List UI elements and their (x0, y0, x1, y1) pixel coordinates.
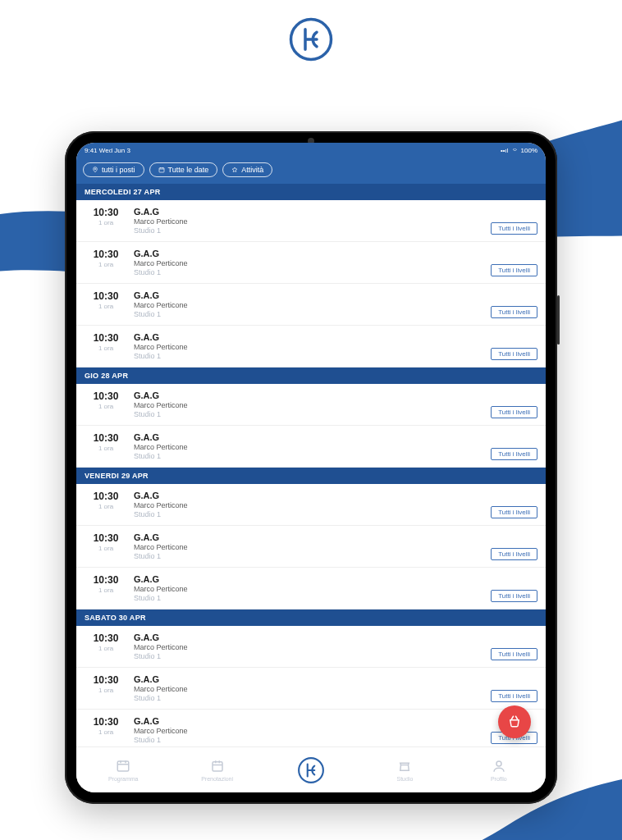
level-badge[interactable]: Tutti i livelli (491, 448, 537, 460)
brand-logo (288, 16, 334, 66)
class-row[interactable]: 10:301 oraG.A.GMarco PerticoneStudio 1Tu… (76, 284, 546, 326)
level-badge[interactable]: Tutti i livelli (491, 406, 537, 418)
class-duration: 1 ora (85, 261, 127, 268)
day-header: VENERDI 29 APR (76, 468, 546, 484)
class-time-start: 10:30 (85, 249, 127, 260)
class-row[interactable]: 10:301 oraG.A.GMarco PerticoneStudio 1Tu… (76, 242, 546, 284)
class-instructor: Marco Perticone (134, 401, 491, 409)
class-time: 10:301 ora (85, 249, 127, 268)
status-time: 9:41 Wed Jun 3 (85, 147, 130, 154)
wifi-icon: ⌔ (513, 147, 517, 154)
class-time-start: 10:30 (85, 290, 127, 302)
class-instructor: Marco Perticone (134, 343, 491, 351)
class-duration: 1 ora (85, 545, 127, 552)
status-bar: 9:41 Wed Jun 3 ••ıl ⌔ 100% (76, 143, 546, 158)
tab-home[interactable] (264, 747, 358, 792)
class-room: Studio 1 (134, 694, 491, 702)
class-time-start: 10:30 (85, 332, 127, 344)
class-instructor: Marco Perticone (134, 685, 491, 693)
class-room: Studio 1 (134, 652, 491, 660)
class-room: Studio 1 (134, 268, 491, 276)
level-badge[interactable]: Tutti i livelli (491, 648, 537, 660)
filter-chip-pin[interactable]: tutti i posti (83, 162, 144, 177)
class-instructor: Marco Perticone (134, 301, 491, 309)
level-badge[interactable]: Tutti i livelli (491, 506, 537, 518)
filter-chip-star[interactable]: Attività (222, 162, 272, 177)
tab-studio[interactable]: Studio (358, 747, 451, 792)
class-info: G.A.GMarco PerticoneStudio 1 (127, 290, 491, 318)
level-badge[interactable]: Tutti i livelli (491, 348, 537, 360)
level-badge[interactable]: Tutti i livelli (491, 306, 537, 318)
class-time-start: 10:30 (85, 207, 127, 218)
class-title: G.A.G (134, 290, 491, 300)
class-row[interactable]: 10:301 oraG.A.GMarco PerticoneStudio 1Tu… (76, 526, 546, 568)
tab-label: Programma (108, 776, 139, 782)
day-header: SABATO 30 APR (76, 609, 546, 626)
tab-programma[interactable]: Programma (76, 747, 170, 792)
class-time: 10:301 ora (85, 332, 127, 352)
tab-prenotazioni[interactable]: Prenotazioni (170, 747, 263, 792)
class-room: Studio 1 (134, 226, 491, 235)
class-instructor: Marco Perticone (134, 643, 491, 651)
class-time-start: 10:30 (85, 390, 127, 402)
class-row[interactable]: 10:301 oraG.A.GMarco PerticoneStudio 1Tu… (76, 484, 546, 526)
level-badge[interactable]: Tutti i livelli (491, 222, 537, 235)
day-header: GIO 28 APR (76, 368, 546, 384)
class-time: 10:301 ora (85, 432, 127, 452)
class-time-start: 10:30 (85, 532, 127, 544)
class-time: 10:301 ora (85, 532, 127, 552)
bottom-tabbar: ProgrammaPrenotazioniStudioProfilo (76, 746, 546, 792)
level-badge[interactable]: Tutti i livelli (491, 548, 537, 560)
class-title: G.A.G (134, 432, 491, 442)
svg-point-1 (94, 168, 96, 170)
class-instructor: Marco Perticone (134, 501, 491, 509)
class-instructor: Marco Perticone (134, 217, 491, 226)
level-badge[interactable]: Tutti i livelli (491, 590, 537, 602)
schedule-list[interactable]: MERCOLEDI 27 APR10:301 oraG.A.GMarco Per… (76, 184, 546, 746)
class-time: 10:301 ora (85, 390, 127, 410)
class-info: G.A.GMarco PerticoneStudio 1 (127, 432, 491, 460)
filter-chip-calendar[interactable]: Tutte le date (149, 162, 218, 177)
status-indicators: ••ıl ⌔ 100% (501, 147, 537, 154)
class-row[interactable]: 10:301 oraG.A.GMarco PerticoneStudio 1Tu… (76, 200, 546, 242)
class-room: Studio 1 (134, 452, 491, 460)
tab-label: Profilo (491, 776, 507, 782)
class-row[interactable]: 10:301 oraG.A.GMarco PerticoneStudio 1Tu… (76, 384, 546, 426)
calendar-icon (158, 167, 165, 173)
svg-rect-2 (159, 168, 164, 172)
prenotazioni-icon (210, 759, 225, 774)
class-duration: 1 ora (85, 345, 127, 352)
class-title: G.A.G (134, 532, 491, 542)
class-title: G.A.G (134, 574, 491, 584)
class-time-start: 10:30 (85, 574, 127, 586)
class-time-start: 10:30 (85, 491, 127, 502)
level-badge[interactable]: Tutti i livelli (491, 690, 537, 702)
tab-profilo[interactable]: Profilo (452, 747, 546, 792)
class-time-start: 10:30 (85, 716, 127, 728)
tab-label: Prenotazioni (201, 776, 233, 782)
class-room: Studio 1 (134, 410, 491, 418)
programma-icon (116, 759, 130, 774)
svg-rect-3 (117, 761, 129, 771)
cart-fab[interactable] (498, 705, 531, 738)
class-duration: 1 ora (85, 645, 127, 652)
class-time: 10:301 ora (85, 716, 127, 736)
basket-icon (507, 714, 522, 729)
class-time: 10:301 ora (85, 491, 127, 510)
signal-icon: ••ıl (501, 147, 509, 154)
class-row[interactable]: 10:301 oraG.A.GMarco PerticoneStudio 1Tu… (76, 426, 546, 468)
class-room: Studio 1 (134, 310, 491, 318)
class-row[interactable]: 10:301 oraG.A.GMarco PerticoneStudio 1Tu… (76, 668, 546, 710)
class-row[interactable]: 10:301 oraG.A.GMarco PerticoneStudio 1Tu… (76, 568, 546, 609)
class-duration: 1 ora (85, 445, 127, 452)
class-info: G.A.GMarco PerticoneStudio 1 (127, 491, 491, 518)
studio-icon (397, 759, 412, 774)
battery-label: 100% (521, 147, 537, 154)
filter-bar: tutti i postiTutte le dateAttività (76, 158, 546, 184)
class-row[interactable]: 10:301 oraG.A.GMarco PerticoneStudio 1Tu… (76, 626, 546, 668)
class-instructor: Marco Perticone (134, 585, 491, 593)
class-title: G.A.G (134, 207, 491, 217)
level-badge[interactable]: Tutti i livelli (491, 264, 537, 276)
class-row[interactable]: 10:301 oraG.A.GMarco PerticoneStudio 1Tu… (76, 710, 546, 746)
class-row[interactable]: 10:301 oraG.A.GMarco PerticoneStudio 1Tu… (76, 326, 546, 368)
